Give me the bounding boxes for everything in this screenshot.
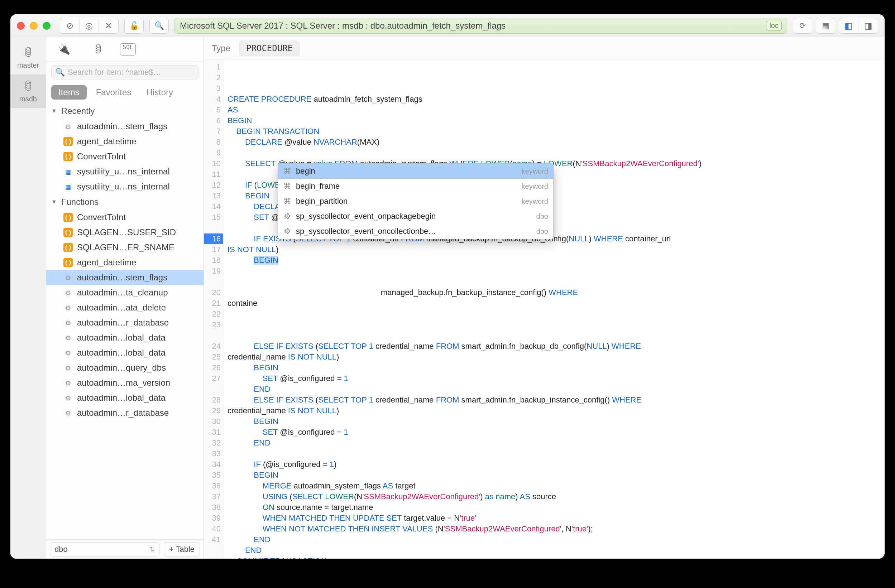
autocomplete-item[interactable]: ⌘begin_partitionkeyword <box>278 194 553 209</box>
minimize-window-button[interactable] <box>30 22 38 30</box>
tree-item-label: autoadmin…r_database <box>77 318 169 328</box>
eye-icon[interactable]: ◎ <box>80 18 99 33</box>
gear-icon: ⚙ <box>64 393 73 403</box>
search-icon[interactable]: 🔍 <box>149 18 169 34</box>
tree-item-label: autoadmin…lobal_data <box>77 393 165 403</box>
tab-history[interactable]: History <box>140 85 179 100</box>
tree-section-recently[interactable]: Recently <box>46 103 203 119</box>
zoom-window-button[interactable] <box>42 22 50 30</box>
tree-item[interactable]: ⚙autoadmin…stem_flags <box>46 270 203 285</box>
tab-favorites[interactable]: Favorites <box>90 85 137 100</box>
sidebar-search[interactable]: 🔍 Search for item: ^name$… <box>51 65 199 79</box>
function-icon: () <box>64 228 73 237</box>
autocomplete-item[interactable]: ⚙sp_syscollector_event_onpackagebegindbo <box>278 209 553 224</box>
database-rail: 🛢master🛢msdb <box>11 37 46 559</box>
tree-section-functions[interactable]: Functions <box>46 194 203 210</box>
close-tab-icon[interactable]: ✕ <box>99 18 118 33</box>
tree-item[interactable]: ⚙autoadmin…r_database <box>46 405 203 420</box>
add-table-label: + Table <box>169 545 194 554</box>
tree-item[interactable]: ()ConvertToInt <box>46 210 203 225</box>
gear-icon: ⚙ <box>64 348 73 358</box>
database-icon[interactable]: 🛢 <box>86 43 111 55</box>
app-window: ⊘ ◎ ✕ 🔓 🔍 Microsoft SQL Server 2017 : SQ… <box>11 14 884 559</box>
gear-icon: ⚙ <box>64 288 73 297</box>
gear-icon: ⚙ <box>64 408 73 418</box>
close-window-button[interactable] <box>17 22 25 30</box>
gear-icon: ⚙ <box>64 378 73 388</box>
sql-mode-icon[interactable]: SQL <box>120 43 136 56</box>
code-content[interactable]: CREATE PROCEDURE autoadmin_fetch_system_… <box>224 59 884 559</box>
autocomplete-item[interactable]: ⌘begin_framekeyword <box>278 179 553 194</box>
tree-item[interactable]: ⚙autoadmin…ata_delete <box>46 300 203 315</box>
tree-item[interactable]: ()SQLAGEN…SUSER_SID <box>46 225 203 240</box>
code-editor[interactable]: 123456789101112131415 16171819 20212223 … <box>204 59 884 559</box>
tree-item[interactable]: ()SQLAGEN…ER_SNAME <box>46 240 203 255</box>
main-pane: Type PROCEDURE 123456789101112131415 161… <box>204 37 884 559</box>
completion-kind: dbo <box>536 226 548 237</box>
add-table-button[interactable]: + Table <box>164 542 200 556</box>
panel-right-icon[interactable]: ◨ <box>859 18 878 33</box>
db-rail-item-master[interactable]: 🛢master <box>11 41 46 74</box>
autocomplete-item[interactable]: ⌘beginkeyword <box>278 164 553 179</box>
db-label: msdb <box>19 95 37 103</box>
panel-left-icon[interactable]: ◧ <box>839 18 859 33</box>
tree-item-label: autoadmin…stem_flags <box>77 121 167 132</box>
body: 🛢master🛢msdb 🔌 🛢 SQL 🔍 Search for item: … <box>11 37 884 559</box>
db-label: master <box>17 61 39 70</box>
tree-item[interactable]: ▦sysutility_u…ns_internal <box>46 179 203 194</box>
plug-icon[interactable]: 🔌 <box>51 43 76 55</box>
gear-icon: ⚙ <box>64 318 73 327</box>
completion-icon: ⌘ <box>283 196 292 207</box>
completion-label: sp_syscollector_event_oncollectionbe… <box>296 226 436 237</box>
autocomplete-popup[interactable]: ⌘beginkeyword⌘begin_framekeyword⌘begin_p… <box>278 163 554 239</box>
db-rail-item-msdb[interactable]: 🛢msdb <box>11 74 46 108</box>
tree-item-label: autoadmin…stem_flags <box>77 273 167 283</box>
tree-item-label: ConvertToInt <box>77 152 126 162</box>
lock-icon[interactable]: 🔓 <box>124 18 144 34</box>
gear-icon: ⚙ <box>64 122 73 131</box>
completion-label: sp_syscollector_event_onpackagebegin <box>296 211 436 222</box>
tree-item[interactable]: ⚙autoadmin…r_database <box>46 315 203 330</box>
breadcrumb[interactable]: Microsoft SQL Server 2017 : SQL Server :… <box>174 18 787 34</box>
tree-item-label: SQLAGEN…ER_SNAME <box>77 242 174 253</box>
database-icon: 🛢 <box>23 79 34 93</box>
completion-kind: dbo <box>536 211 548 222</box>
window-controls <box>17 22 50 30</box>
tree-item[interactable]: ()agent_datetime <box>46 255 203 270</box>
table-icon: ▦ <box>64 182 73 191</box>
tree-item[interactable]: ⚙autoadmin…ma_version <box>46 375 203 390</box>
tree-item-label: SQLAGEN…SUSER_SID <box>77 227 176 238</box>
tab-items[interactable]: Items <box>51 85 87 100</box>
sidebar-tree: Recently⚙autoadmin…stem_flags()agent_dat… <box>46 103 203 539</box>
tree-item-label: autoadmin…ma_version <box>77 378 170 388</box>
tree-item[interactable]: ⚙autoadmin…stem_flags <box>46 119 203 134</box>
tree-item[interactable]: ⚙autoadmin…lobal_data <box>46 330 203 345</box>
tree-item-label: sysutility_u…ns_internal <box>77 167 170 177</box>
refresh-icon[interactable]: ⟳ <box>793 18 812 34</box>
function-icon: () <box>64 243 73 252</box>
table-icon: ▦ <box>64 167 73 176</box>
tree-item[interactable]: ()ConvertToInt <box>46 149 203 164</box>
tree-item-label: agent_datetime <box>77 136 136 147</box>
tree-item[interactable]: ⚙autoadmin…lobal_data <box>46 390 203 405</box>
autocomplete-item[interactable]: ⚙sp_syscollector_event_oncollectionbe…db… <box>278 224 553 239</box>
toolbar-disconnect-group: ⊘ ◎ ✕ <box>60 18 118 34</box>
environment-badge: loc <box>766 21 782 30</box>
completion-label: begin <box>296 166 315 177</box>
sidebar: 🔌 🛢 SQL 🔍 Search for item: ^name$… Items… <box>46 37 204 559</box>
tree-item[interactable]: ⚙autoadmin…query_dbs <box>46 360 203 375</box>
tree-item[interactable]: ⚙autoadmin…lobal_data <box>46 345 203 360</box>
line-gutter: 123456789101112131415 16171819 20212223 … <box>204 59 224 559</box>
tree-item-label: autoadmin…ta_cleanup <box>77 288 168 298</box>
stop-icon[interactable]: ⊘ <box>60 18 80 33</box>
tree-item[interactable]: ▦sysutility_u…ns_internal <box>46 164 203 179</box>
tree-item[interactable]: ()agent_datetime <box>46 134 203 149</box>
type-value: PROCEDURE <box>239 41 300 56</box>
breadcrumb-text: Microsoft SQL Server 2017 : SQL Server :… <box>180 21 505 31</box>
completion-icon: ⌘ <box>283 181 292 192</box>
grid-icon[interactable]: ▦ <box>816 18 835 34</box>
tree-item[interactable]: ⚙autoadmin…ta_cleanup <box>46 285 203 300</box>
schema-selector[interactable]: dbo ⇅ <box>50 542 159 556</box>
completion-icon: ⚙ <box>283 211 292 222</box>
function-icon: () <box>64 137 73 146</box>
